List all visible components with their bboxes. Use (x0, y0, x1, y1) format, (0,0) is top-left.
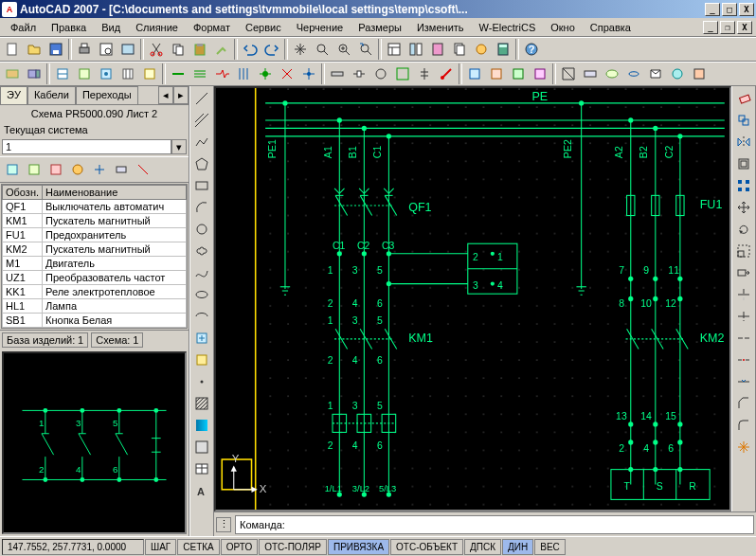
sheet-set-icon[interactable] (449, 39, 470, 60)
mtext-icon[interactable]: A (190, 480, 213, 501)
we-c4-icon[interactable] (623, 63, 644, 84)
help-icon[interactable]: ? (521, 39, 542, 60)
explode-icon[interactable] (732, 437, 755, 457)
menu-dims[interactable]: Размеры (351, 20, 408, 35)
mdi-minimize[interactable]: _ (703, 21, 718, 34)
we-t2-icon[interactable] (24, 63, 45, 84)
we-comp3-icon[interactable] (96, 63, 117, 84)
status-polar[interactable]: ОТС-ПОЛЯР (259, 539, 327, 555)
scale-icon[interactable] (732, 241, 755, 261)
menu-draw[interactable]: Черчение (290, 20, 351, 35)
we-wire4-icon[interactable] (233, 63, 254, 84)
menu-merge[interactable]: Слияние (129, 20, 185, 35)
zoom-realtime-icon[interactable] (312, 39, 333, 60)
table-row[interactable]: M1Двигатель (3, 257, 187, 271)
cmd-handle-icon[interactable]: ⋮ (216, 517, 231, 532)
pt-i5-icon[interactable] (89, 159, 110, 180)
tab-eu[interactable]: ЭУ (0, 86, 27, 104)
table-row[interactable]: QF1Выключатель автоматич (3, 200, 187, 214)
pline-icon[interactable] (190, 132, 213, 152)
status-otrack[interactable]: ОТС-ОБЪЕКТ (390, 539, 463, 555)
status-ortho[interactable]: ОРТО (221, 539, 258, 555)
table-row[interactable]: UZ1Преобразователь частот (3, 271, 187, 285)
we-comp5-icon[interactable] (139, 63, 160, 84)
col-name[interactable]: Наименование (43, 186, 187, 200)
pt-add-icon[interactable] (2, 159, 23, 180)
table-row[interactable]: SB1Кнопка Белая (3, 314, 187, 328)
menu-edit[interactable]: Правка (45, 20, 93, 35)
markup-icon[interactable] (471, 39, 492, 60)
footer-tab-scheme[interactable]: Схема: 1 (91, 332, 143, 348)
save-icon[interactable] (45, 39, 66, 60)
tab-scroll-left-icon[interactable]: ◂ (158, 86, 173, 104)
xline-icon[interactable] (190, 110, 213, 131)
tool-palettes-icon[interactable] (427, 39, 448, 60)
move-icon[interactable] (732, 197, 755, 218)
we-wire3-icon[interactable] (211, 63, 232, 84)
table-row[interactable]: KM1Пускатель магнитный (3, 214, 187, 228)
menu-window[interactable]: Окно (544, 20, 582, 35)
break-icon[interactable] (732, 328, 755, 349)
we-c6-icon[interactable] (667, 63, 688, 84)
we-b2-icon[interactable] (486, 63, 507, 84)
table-row[interactable]: KM2Пускатель магнитный (3, 242, 187, 257)
menu-help[interactable]: Справка (584, 20, 638, 35)
status-grid[interactable]: СЕТКА (177, 539, 220, 555)
region-icon[interactable] (190, 437, 213, 457)
menu-modify[interactable]: Изменить (410, 20, 471, 35)
rect-icon[interactable] (190, 175, 213, 196)
we-a4-icon[interactable] (392, 63, 413, 84)
stretch-icon[interactable] (732, 262, 755, 283)
mdi-restore[interactable]: ❐ (720, 21, 735, 34)
insert-icon[interactable] (190, 328, 213, 349)
status-dyn[interactable]: ДИН (502, 539, 533, 555)
copy-obj-icon[interactable] (732, 110, 755, 131)
new-icon[interactable] (2, 39, 23, 60)
break2-icon[interactable] (732, 350, 755, 370)
hatch-icon[interactable] (190, 393, 213, 414)
we-wire6-icon[interactable] (277, 63, 297, 84)
ellipse-arc-icon[interactable] (190, 306, 213, 327)
calc-icon[interactable] (493, 39, 513, 60)
we-c3-icon[interactable] (602, 63, 622, 84)
minimize-button[interactable]: _ (705, 3, 720, 16)
we-b3-icon[interactable] (508, 63, 529, 84)
copy-icon[interactable] (168, 39, 189, 60)
menu-format[interactable]: Формат (187, 20, 237, 35)
menu-welec[interactable]: W-ElectriCS (473, 20, 543, 35)
we-wire2-icon[interactable] (189, 63, 210, 84)
ellipse-icon[interactable] (190, 284, 213, 305)
status-osnap[interactable]: ПРИВЯЗКА (328, 539, 389, 555)
table-row[interactable]: HL1Лампа (3, 299, 187, 314)
pt-i6-icon[interactable] (111, 159, 132, 180)
we-comp1-icon[interactable] (52, 63, 73, 84)
drawing-canvas[interactable]: Y X PE PE1 (214, 86, 731, 511)
we-c2-icon[interactable] (580, 63, 601, 84)
join-icon[interactable] (732, 371, 755, 392)
we-wire7-icon[interactable] (298, 63, 319, 84)
we-t1-icon[interactable] (2, 63, 23, 84)
tab-trans[interactable]: Переходы (76, 86, 138, 104)
pt-i4-icon[interactable] (67, 159, 88, 180)
fillet-icon[interactable] (732, 415, 755, 436)
we-wire1-icon[interactable] (168, 63, 189, 84)
tab-scroll-right-icon[interactable]: ▸ (173, 86, 189, 104)
redo-icon[interactable] (261, 39, 282, 60)
line-icon[interactable] (190, 88, 213, 109)
print-icon[interactable] (74, 39, 95, 60)
erase-icon[interactable] (732, 88, 755, 109)
we-a3-icon[interactable] (370, 63, 391, 84)
trim-icon[interactable] (732, 284, 755, 305)
point-icon[interactable] (190, 371, 213, 392)
we-c1-icon[interactable] (558, 63, 579, 84)
we-a6-icon[interactable] (436, 63, 457, 84)
menu-service[interactable]: Сервис (239, 20, 288, 35)
pt-i7-icon[interactable] (133, 159, 153, 180)
system-input[interactable] (2, 139, 171, 154)
extend-icon[interactable] (732, 306, 755, 327)
chamfer-icon[interactable] (732, 393, 755, 414)
pt-edit-icon[interactable] (24, 159, 45, 180)
arc-icon[interactable] (190, 197, 213, 218)
col-code[interactable]: Обозн. (3, 186, 43, 200)
array-icon[interactable] (732, 175, 755, 196)
